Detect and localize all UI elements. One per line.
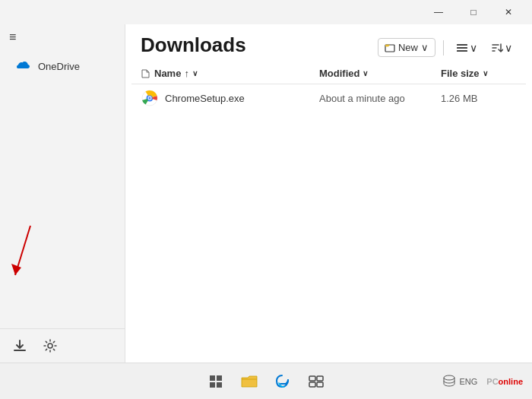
sort-chevron-icon: ∨ — [505, 42, 512, 54]
taskbar-system-tray: ENG PConline — [442, 374, 523, 389]
column-filesize[interactable]: File size ∨ — [441, 68, 517, 79]
file-size: 1.26 MB — [441, 93, 517, 104]
minimize-button[interactable]: — — [421, 0, 456, 24]
svg-rect-17 — [217, 382, 222, 388]
svg-rect-6 — [457, 47, 467, 49]
page-header: Downloads New ∨ ∨ — [125, 24, 532, 63]
file-icon-header — [141, 68, 151, 79]
svg-rect-20 — [309, 382, 315, 387]
svg-marker-1 — [11, 264, 21, 275]
taskbar: ENG PConline — [0, 363, 532, 399]
close-button[interactable]: ✕ — [491, 0, 526, 24]
file-icon — [141, 89, 159, 107]
name-sort-icon: ↑ — [184, 68, 189, 79]
main-panel: Downloads New ∨ ∨ — [125, 24, 532, 363]
start-button[interactable] — [201, 366, 231, 397]
svg-rect-5 — [457, 44, 467, 46]
app-body: ≡ OneDrive — [0, 24, 532, 363]
view-button[interactable]: ∨ — [451, 39, 482, 57]
sort-icon — [491, 43, 503, 53]
sidebar-nav: OneDrive — [0, 50, 125, 192]
sidebar: ≡ OneDrive — [0, 24, 125, 363]
taskbar-center — [201, 366, 331, 397]
svg-rect-2 — [14, 350, 26, 351]
maximize-button[interactable]: □ — [456, 0, 491, 24]
svg-point-22 — [444, 375, 454, 380]
column-modified[interactable]: Modified ∨ — [319, 68, 441, 79]
list-view-icon — [456, 43, 468, 53]
file-name: ChromeSetup.exe — [165, 93, 245, 104]
title-bar: — □ ✕ — [0, 0, 532, 24]
svg-rect-18 — [309, 376, 315, 381]
task-view-button[interactable] — [301, 366, 331, 397]
edge-button[interactable] — [268, 366, 298, 397]
svg-point-13 — [149, 97, 151, 100]
new-chevron-icon: ∨ — [421, 42, 429, 53]
svg-rect-14 — [210, 375, 215, 381]
table-header: Name ↑ ∨ Modified ∨ File size ∨ — [131, 63, 526, 84]
title-bar-controls: — □ ✕ — [421, 0, 526, 24]
toolbar: New ∨ ∨ ∨ — [378, 38, 517, 57]
hamburger-icon[interactable]: ≡ — [9, 30, 16, 44]
svg-rect-16 — [210, 382, 215, 388]
name-chevron-icon: ∨ — [192, 69, 198, 78]
svg-rect-7 — [457, 50, 467, 52]
sidebar-item-onedrive-label: OneDrive — [38, 61, 80, 72]
sidebar-bottom — [0, 328, 125, 363]
svg-rect-15 — [217, 375, 222, 381]
language-label: ENG — [459, 377, 477, 386]
settings-button[interactable] — [40, 335, 61, 356]
svg-point-3 — [48, 344, 52, 348]
new-folder-icon — [385, 43, 395, 53]
svg-rect-19 — [317, 376, 323, 381]
file-table: Name ↑ ∨ Modified ∨ File size ∨ — [125, 63, 532, 363]
watermark: PConline — [486, 377, 523, 386]
svg-rect-21 — [317, 382, 323, 387]
download-app-button[interactable] — [9, 335, 30, 356]
file-explorer-button[interactable] — [234, 366, 264, 397]
storage-icon — [442, 374, 456, 389]
new-button[interactable]: New ∨ — [378, 38, 435, 57]
onedrive-icon — [15, 59, 30, 74]
sidebar-top: ≡ — [0, 24, 125, 50]
table-row[interactable]: ChromeSetup.exe About a minute ago 1.26 … — [131, 84, 526, 112]
modified-chevron-icon: ∨ — [363, 69, 368, 78]
view-chevron-icon: ∨ — [470, 42, 477, 54]
filesize-chevron-icon: ∨ — [483, 69, 488, 78]
toolbar-divider — [443, 40, 444, 55]
sort-button[interactable]: ∨ — [486, 39, 517, 57]
file-name-cell: ChromeSetup.exe — [141, 89, 319, 107]
file-modified: About a minute ago — [319, 93, 441, 104]
sidebar-item-onedrive[interactable]: OneDrive — [3, 53, 122, 80]
page-title: Downloads — [141, 33, 246, 57]
svg-line-0 — [15, 226, 30, 275]
column-name[interactable]: Name ↑ ∨ — [141, 68, 319, 79]
